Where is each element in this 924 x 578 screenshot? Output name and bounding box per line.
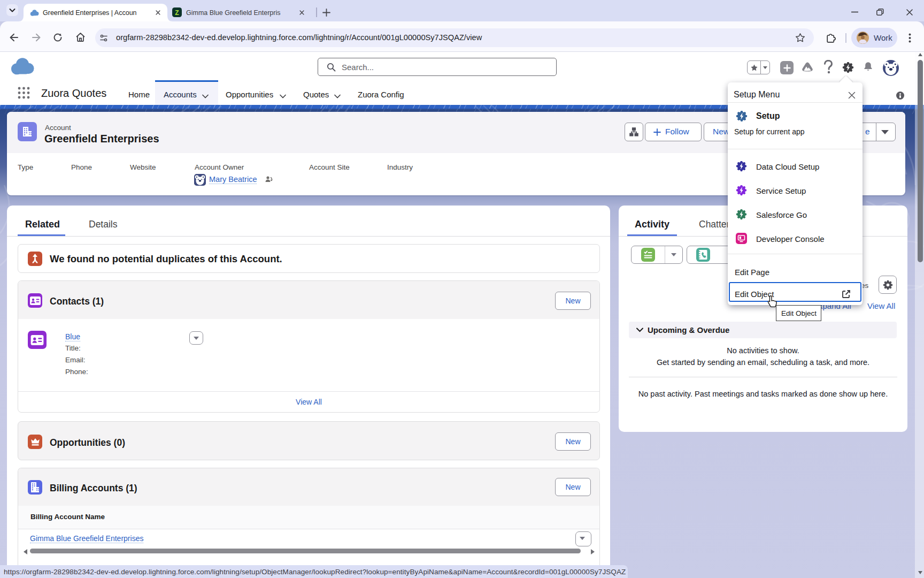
- svg-text:Z: Z: [175, 9, 179, 17]
